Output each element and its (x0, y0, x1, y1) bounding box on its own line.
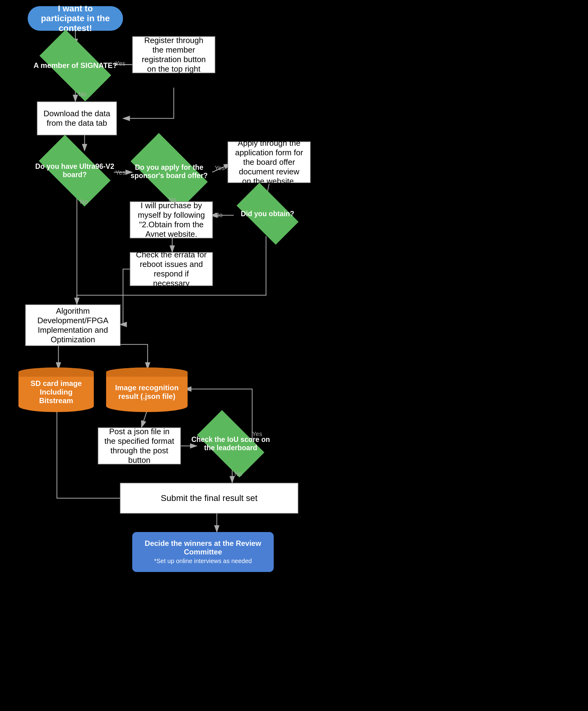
check-errata-node: Check the errata for reboot issues and r… (130, 252, 213, 286)
label-no-member: No (79, 91, 86, 98)
algo-dev-node: Algorithm Development/FPGA Implementatio… (25, 304, 121, 346)
label-no-obtain: No (215, 212, 223, 219)
start-node: I want to participate in the contest! (28, 6, 123, 31)
label-yes-member: Yes (115, 60, 126, 67)
post-json-node: Post a json file in the specified format… (98, 428, 181, 465)
label-yes-iou-loop: Yes (252, 431, 262, 438)
label-no-iou: No (234, 471, 242, 478)
board-check-diamond: Do you have Ultra96-V2 board? (30, 148, 119, 194)
label-no-sponsor: No (169, 196, 176, 203)
obtain-check-diamond: Did you obtain? (231, 194, 304, 234)
label-no-board: No (80, 198, 88, 206)
apply-form-node: Apply through the application form for t… (227, 142, 311, 183)
purchase-node: I will purchase by myself by following "… (130, 201, 213, 238)
label-yes-sponsor: Yes (215, 165, 225, 172)
member-check-diamond: A member of SIGNATE? (31, 42, 120, 89)
iou-check-diamond: Check the IoU score on the leaderboard (191, 421, 270, 467)
sd-card-node: SD card image Including Bitstream (19, 367, 94, 412)
download-data-node: Download the data from the data tab (37, 102, 117, 135)
image-result-node: Image recognition result (.json file) (106, 367, 188, 412)
register-node: Register through the member registration… (132, 36, 215, 73)
label-yes-board: Yes (115, 169, 126, 176)
sponsor-check-diamond: Do you apply for the sponsor's board off… (123, 148, 215, 195)
submit-final-node: Submit the final result set (120, 483, 298, 514)
flowchart: I want to participate in the contest! A … (0, 0, 588, 711)
winners-node: Decide the winners at the Review Committ… (132, 532, 274, 572)
